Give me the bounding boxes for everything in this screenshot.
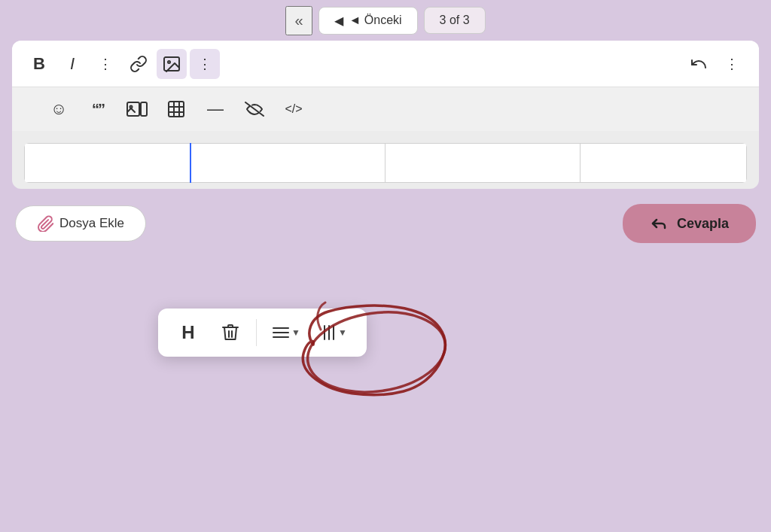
reply-icon bbox=[650, 214, 669, 233]
trash-icon bbox=[222, 324, 239, 342]
prev-button[interactable]: ◀ ◄ Önceki bbox=[318, 7, 418, 35]
cols-icon bbox=[322, 324, 337, 341]
hide-button[interactable] bbox=[238, 94, 271, 124]
page-counter: 3 of 3 bbox=[424, 7, 486, 34]
counter-text: 3 of 3 bbox=[440, 14, 470, 26]
gallery-button[interactable] bbox=[120, 94, 154, 124]
cols-chevron-icon: ▼ bbox=[338, 327, 347, 338]
table-cell-active[interactable] bbox=[190, 144, 386, 183]
rows-chevron-icon: ▼ bbox=[291, 327, 300, 338]
svg-rect-2 bbox=[127, 102, 139, 116]
attach-file-button[interactable]: Dosya Ekle bbox=[15, 205, 146, 242]
prev-label: ◄ Önceki bbox=[349, 14, 402, 27]
table-cols-button[interactable]: ▼ bbox=[315, 320, 353, 345]
undo-button[interactable] bbox=[684, 49, 714, 79]
image-button[interactable] bbox=[157, 49, 187, 79]
table-cell[interactable] bbox=[386, 144, 581, 183]
toolbar-row-2: ☺ “” — < bbox=[12, 87, 759, 131]
quote-button[interactable]: “” bbox=[81, 94, 114, 124]
attach-icon bbox=[37, 215, 53, 232]
svg-rect-3 bbox=[141, 102, 147, 116]
more-options-button-1[interactable]: ⋮ bbox=[90, 49, 120, 79]
table-cell[interactable] bbox=[25, 144, 191, 183]
more-options-button-3[interactable]: ⋮ bbox=[717, 49, 747, 79]
attach-label: Dosya Ekle bbox=[59, 216, 124, 231]
divider-button[interactable]: — bbox=[199, 94, 232, 124]
emoji-button[interactable]: ☺ bbox=[42, 94, 75, 124]
svg-point-1 bbox=[168, 61, 170, 63]
editor-table-area bbox=[24, 143, 747, 183]
toolbar-row-1: B I ⋮ ⋮ ⋮ bbox=[12, 41, 759, 87]
svg-rect-0 bbox=[164, 57, 179, 71]
table-delete-button[interactable] bbox=[214, 316, 247, 349]
table-row bbox=[25, 144, 747, 183]
gallery-icon bbox=[126, 100, 148, 118]
hide-icon bbox=[245, 102, 264, 117]
back-double-button[interactable]: « bbox=[285, 6, 312, 35]
rows-icon bbox=[272, 325, 290, 340]
prev-chevron-icon: ◀ bbox=[334, 14, 343, 28]
table-cell[interactable] bbox=[581, 144, 747, 183]
top-navigation: « ◀ ◄ Önceki 3 of 3 bbox=[0, 0, 771, 41]
link-button[interactable] bbox=[123, 49, 154, 79]
table-icon bbox=[167, 100, 185, 118]
table-context-popup: H ▼ ▼ bbox=[158, 309, 367, 357]
svg-rect-5 bbox=[169, 102, 184, 117]
table-rows-button[interactable]: ▼ bbox=[266, 321, 306, 345]
bottom-action-bar: Dosya Ekle Cevapla bbox=[0, 195, 771, 252]
table-header-button[interactable]: H bbox=[172, 316, 205, 349]
code-button[interactable]: </> bbox=[277, 94, 310, 124]
main-editor-panel: B I ⋮ ⋮ ⋮ ☺ bbox=[12, 41, 759, 189]
popup-divider bbox=[256, 319, 257, 346]
italic-button[interactable]: I bbox=[57, 49, 87, 79]
link-icon bbox=[130, 55, 148, 73]
reply-button[interactable]: Cevapla bbox=[623, 204, 756, 243]
table-button[interactable] bbox=[160, 94, 193, 124]
image-icon bbox=[163, 56, 181, 72]
bold-button[interactable]: B bbox=[24, 49, 54, 79]
more-options-button-2[interactable]: ⋮ bbox=[190, 49, 220, 79]
undo-icon bbox=[690, 55, 708, 73]
edit-table[interactable] bbox=[24, 143, 747, 183]
reply-label: Cevapla bbox=[677, 216, 729, 232]
